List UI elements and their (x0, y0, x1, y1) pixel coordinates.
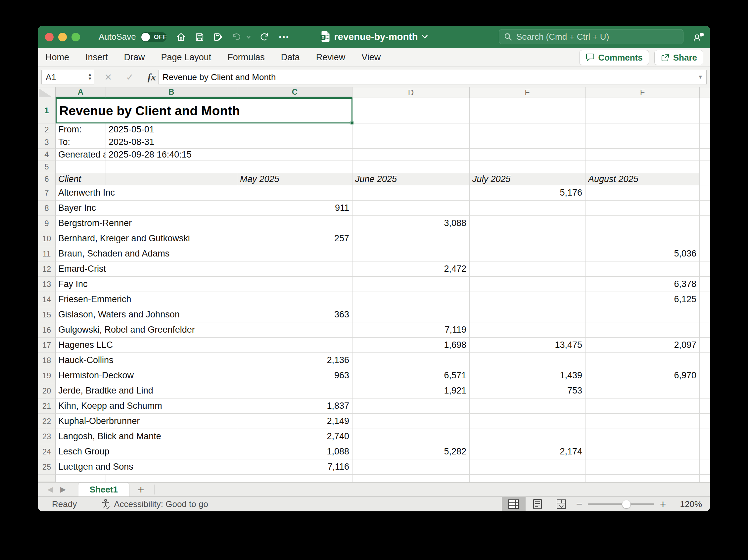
cell-C8[interactable]: 911 (237, 201, 352, 216)
row-header-16[interactable]: 16 (38, 322, 55, 337)
cell-F14[interactable]: 6,125 (585, 292, 700, 307)
ribbon-tab-home[interactable]: Home (45, 52, 69, 63)
cell-F5[interactable] (585, 161, 700, 173)
row-header-22[interactable]: 22 (38, 414, 55, 429)
cell-D8[interactable] (352, 201, 470, 216)
cell-C19[interactable]: 963 (237, 368, 352, 383)
cell-A22[interactable]: Kuphal-Oberbrunner (55, 414, 237, 429)
cell-A5[interactable] (55, 161, 106, 173)
share-button[interactable]: Share (654, 50, 703, 65)
cell-E15[interactable] (470, 307, 585, 322)
cell-D19[interactable]: 6,571 (352, 368, 470, 383)
cell-E5[interactable] (470, 161, 585, 173)
cell-G18-partial[interactable] (700, 353, 710, 368)
cell-D12[interactable]: 2,472 (352, 261, 470, 277)
column-header-D[interactable]: D (352, 87, 470, 98)
cell-D9[interactable]: 3,088 (352, 216, 470, 231)
cell-A7[interactable]: Altenwerth Inc (55, 185, 237, 201)
cell-F18[interactable] (585, 353, 700, 368)
row-header-15[interactable]: 15 (38, 307, 55, 322)
cell-E18[interactable] (470, 353, 585, 368)
cell-D3[interactable] (352, 136, 470, 148)
cell-F19[interactable]: 6,970 (585, 368, 700, 383)
cell-C14[interactable] (237, 292, 352, 307)
formula-bar-expand-chevron-icon[interactable]: ▼ (698, 74, 703, 80)
cell-C26-partial[interactable] (237, 474, 352, 482)
cell-A20[interactable]: Jerde, Bradtke and Lind (55, 383, 237, 398)
cell-A6[interactable]: Client (55, 173, 106, 185)
column-header-E[interactable]: E (470, 87, 585, 98)
row-header-5[interactable]: 5 (38, 161, 55, 173)
cell-G22-partial[interactable] (700, 414, 710, 429)
cell-E17[interactable]: 13,475 (470, 337, 585, 353)
cell-D24[interactable]: 5,282 (352, 444, 470, 459)
minimize-window-button[interactable] (58, 33, 67, 41)
cell-C25[interactable]: 7,116 (237, 459, 352, 474)
cell-E22[interactable] (470, 414, 585, 429)
cell-G20-partial[interactable] (700, 383, 710, 398)
cell-D6[interactable]: June 2025 (352, 173, 470, 185)
cell-D26-partial[interactable] (352, 474, 470, 482)
cell-F1[interactable] (585, 98, 700, 123)
cell-D14[interactable] (352, 292, 470, 307)
cell-E10[interactable] (470, 231, 585, 246)
cell-A15[interactable]: Gislason, Waters and Johnson (55, 307, 237, 322)
undo-icon[interactable] (231, 32, 242, 42)
row-header-10[interactable]: 10 (38, 231, 55, 246)
cell-A9[interactable]: Bergstrom-Renner (55, 216, 237, 231)
cell-F17[interactable]: 2,097 (585, 337, 700, 353)
row-header-2[interactable]: 2 (38, 123, 55, 136)
row-header-6[interactable]: 6 (38, 173, 55, 185)
cell-E19[interactable]: 1,439 (470, 368, 585, 383)
cell-F7[interactable] (585, 185, 700, 201)
cell-B2[interactable]: 2025-05-01 (106, 123, 352, 136)
cell-C13[interactable] (237, 277, 352, 292)
cell-F25[interactable] (585, 459, 700, 474)
cell-A4[interactable]: Generated at: (55, 148, 106, 161)
cell-C9[interactable] (237, 216, 352, 231)
cell-D17[interactable]: 1,698 (352, 337, 470, 353)
cell-B6[interactable] (106, 173, 237, 185)
cell-C23[interactable]: 2,740 (237, 429, 352, 444)
cell-G24-partial[interactable] (700, 444, 710, 459)
cell-C5[interactable] (237, 161, 352, 173)
cell-A13[interactable]: Fay Inc (55, 277, 237, 292)
cell-A23[interactable]: Langosh, Blick and Mante (55, 429, 237, 444)
cell-D5[interactable] (352, 161, 470, 173)
cell-A18[interactable]: Hauck-Collins (55, 353, 237, 368)
column-header-F[interactable]: F (585, 87, 700, 98)
row-header-12[interactable]: 12 (38, 261, 55, 277)
cell-E8[interactable] (470, 201, 585, 216)
cell-F9[interactable] (585, 216, 700, 231)
cell-D2[interactable] (352, 123, 470, 136)
cell-E1[interactable] (470, 98, 585, 123)
zoom-out-button[interactable]: − (573, 498, 585, 510)
cell-D21[interactable] (352, 398, 470, 414)
zoom-slider-thumb[interactable] (622, 500, 631, 508)
row-header-23[interactable]: 23 (38, 429, 55, 444)
row-header-8[interactable]: 8 (38, 201, 55, 216)
cell-B5[interactable] (106, 161, 237, 173)
cell-G3-partial[interactable] (700, 136, 710, 148)
cell-A2[interactable]: From: (55, 123, 106, 136)
cell-E16[interactable] (470, 322, 585, 337)
ribbon-tab-formulas[interactable]: Formulas (227, 52, 265, 63)
name-box-spinner[interactable]: ▲▼ (88, 73, 92, 81)
cell-A8[interactable]: Bayer Inc (55, 201, 237, 216)
cell-E14[interactable] (470, 292, 585, 307)
add-sheet-button[interactable]: + (138, 483, 144, 496)
cell-C10[interactable]: 257 (237, 231, 352, 246)
cell-D1[interactable] (352, 98, 470, 123)
page-layout-view-button[interactable] (525, 497, 550, 511)
cell-G7-partial[interactable] (700, 185, 710, 201)
cell-E12[interactable] (470, 261, 585, 277)
cell-D13[interactable] (352, 277, 470, 292)
cell-G19-partial[interactable] (700, 368, 710, 383)
zoom-window-button[interactable] (71, 33, 80, 41)
cell-D4[interactable] (352, 148, 470, 161)
cell-A11[interactable]: Braun, Schaden and Adams (55, 246, 237, 261)
row-header-13[interactable]: 13 (38, 277, 55, 292)
close-window-button[interactable] (45, 33, 54, 41)
row-header-9[interactable]: 9 (38, 216, 55, 231)
cell-D7[interactable] (352, 185, 470, 201)
